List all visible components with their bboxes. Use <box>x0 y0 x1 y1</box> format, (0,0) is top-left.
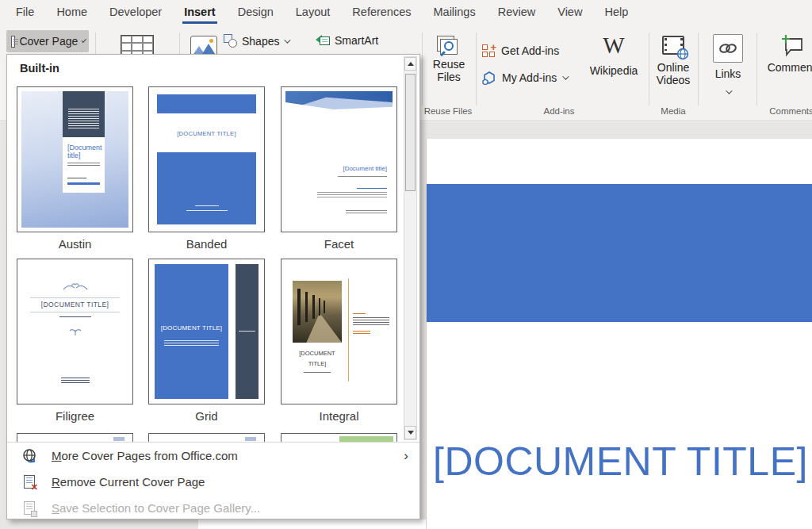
text-lines <box>239 331 255 332</box>
scroll-up-icon <box>408 62 414 66</box>
gallery-footer-menu: More Cover Pages from Office.com › ✕ Rem… <box>7 442 419 519</box>
text-lines <box>186 210 228 212</box>
my-addins-icon <box>482 71 496 85</box>
filigree-thumbnail: [DOCUMENT TITLE] <box>17 259 133 404</box>
tab-references[interactable]: References <box>341 0 422 25</box>
word-window: File Home Developer Insert Design Layout… <box>0 0 812 529</box>
tab-layout[interactable]: Layout <box>285 0 342 25</box>
text-lines <box>353 317 389 327</box>
tab-developer[interactable]: Developer <box>98 0 173 25</box>
text-lines <box>61 378 90 385</box>
my-addins-button[interactable]: My Add-ins <box>482 67 567 88</box>
sun-icon <box>209 39 213 43</box>
rule-line <box>30 312 120 312</box>
menu-item-more-cover-pages[interactable]: More Cover Pages from Office.com › <box>7 443 419 469</box>
facet-text-block: [Document title] <box>316 165 387 214</box>
ribbon-separator <box>649 33 649 105</box>
online-videos-button[interactable]: Online Videos <box>650 36 696 86</box>
menu-label: Save Selection to Cover Page Gallery... <box>52 501 260 515</box>
wikipedia-button[interactable]: W Wikipedia <box>580 33 647 77</box>
menu-item-remove-cover-page[interactable]: ✕ Remove Current Cover Page <box>7 469 419 495</box>
integral-photo <box>293 281 342 343</box>
smartart-button[interactable]: SmartArt <box>316 34 378 47</box>
links-label: Links <box>703 67 753 80</box>
tab-review[interactable]: Review <box>487 0 547 25</box>
banded-thumbnail: [DOCUMENT TITLE] <box>148 86 265 232</box>
comment-label: Comment <box>760 61 812 74</box>
cover-option-partial[interactable] <box>148 433 265 442</box>
group-label-media: Media <box>649 106 698 116</box>
tab-help[interactable]: Help <box>593 0 639 25</box>
scroll-up-button[interactable] <box>404 57 416 71</box>
scrollbar-thumb[interactable] <box>405 74 416 191</box>
facet-header-graphic <box>285 91 393 110</box>
tab-home[interactable]: Home <box>45 0 98 25</box>
tab-view[interactable]: View <box>546 0 593 25</box>
tab-mailings[interactable]: Mailings <box>423 0 487 25</box>
shapes-icon <box>224 34 237 48</box>
cover-page-gallery-dropdown: Built-in [Document title] Austin [DOCUME… <box>6 54 420 519</box>
integral-title: [DOCUMENT TITLE] <box>285 348 350 369</box>
save-selection-icon <box>21 501 37 515</box>
group-label-addins: Add-ins <box>508 106 611 116</box>
shapes-label: Shapes <box>242 35 279 48</box>
grid-thumbnail: [DOCUMENT TITLE] <box>148 259 265 404</box>
cover-name-banded: Banded <box>148 237 265 251</box>
links-button[interactable]: Links <box>703 34 753 98</box>
chevron-down-icon <box>562 73 569 79</box>
text-lines <box>67 163 100 166</box>
shapes-button[interactable]: Shapes <box>224 34 289 48</box>
cover-option-partial[interactable] <box>17 433 133 442</box>
get-addins-icon: + <box>482 44 496 58</box>
get-addins-button[interactable]: + Get Add-ins <box>482 40 559 61</box>
text-lines <box>346 210 387 214</box>
cover-name-facet: Facet <box>281 237 397 251</box>
text-lines <box>59 316 91 319</box>
partial-green-band <box>339 436 394 442</box>
flourish-icon <box>17 324 132 339</box>
gallery-scrollbar[interactable] <box>404 56 417 440</box>
cover-option-partial[interactable] <box>281 433 397 442</box>
reuse-files-button[interactable]: Reuse Files <box>423 36 474 83</box>
document-page[interactable]: [DOCUMENT TITLE] <box>426 139 812 529</box>
tab-file[interactable]: File <box>5 0 45 25</box>
text-lines <box>195 205 219 207</box>
flourish-icon <box>17 280 132 294</box>
wikipedia-icon: W <box>580 33 647 58</box>
cover-page-icon <box>11 36 15 48</box>
document-title-text[interactable]: [DOCUMENT TITLE] <box>433 439 808 485</box>
wikipedia-label: Wikipedia <box>580 64 647 77</box>
gallery-section-header: Built-in <box>20 62 59 75</box>
links-icon <box>713 34 743 63</box>
tab-design[interactable]: Design <box>227 0 285 25</box>
active-tab-underline <box>182 21 217 25</box>
tab-insert[interactable]: Insert <box>173 0 227 25</box>
ribbon-separator <box>756 33 757 105</box>
group-label-reuse-files: Reuse Files <box>412 106 484 116</box>
text-lines <box>357 188 387 190</box>
text-lines <box>164 340 219 346</box>
reuse-files-label-2: Files <box>423 71 474 83</box>
cover-name-integral: Integral <box>281 409 397 423</box>
group-label-comments: Comments <box>755 106 812 116</box>
ribbon-separator <box>476 33 477 105</box>
online-videos-icon <box>662 36 684 55</box>
menu-item-save-selection[interactable]: Save Selection to Cover Page Gallery... <box>7 495 419 521</box>
reuse-files-icon <box>437 36 461 58</box>
ribbon-tab-bar: File Home Developer Insert Design Layout… <box>0 0 812 25</box>
tab-insert-label: Insert <box>184 6 216 18</box>
online-videos-label-2: Videos <box>650 74 696 86</box>
cover-name-austin: Austin <box>17 237 133 251</box>
partial-accent <box>245 437 256 441</box>
submenu-arrow-icon: › <box>404 448 408 464</box>
globe-download-icon <box>21 448 37 464</box>
integral-thumbnail: [DOCUMENT TITLE] <box>281 259 397 404</box>
scroll-down-button[interactable] <box>404 426 416 439</box>
cover-page-button[interactable]: Cover Page <box>6 30 89 52</box>
my-addins-label: My Add-ins <box>502 71 557 84</box>
cover-blue-band <box>427 184 812 322</box>
smartart-icon <box>316 35 330 47</box>
new-comment-button[interactable]: Comment <box>760 34 812 74</box>
text-lines <box>67 178 86 180</box>
menu-label: More Cover Pages from Office.com <box>52 449 238 462</box>
